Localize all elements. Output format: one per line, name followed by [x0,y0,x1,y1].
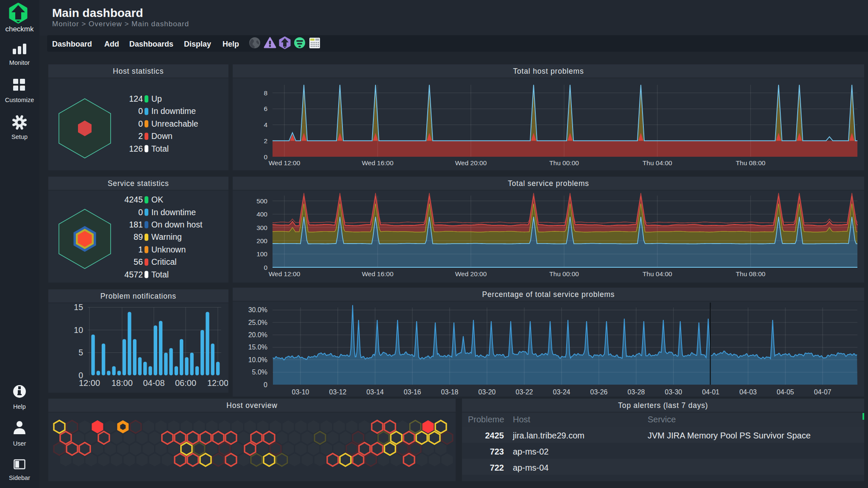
svg-text:18:00: 18:00 [111,378,133,388]
svg-text:Thu 08:00: Thu 08:00 [736,270,765,277]
svg-text:JVM JIRA Memory Pool PS Surviv: JVM JIRA Memory Pool PS Survivor Space [648,431,811,440]
svg-text:Help: Help [13,403,26,410]
svg-text:181: 181 [129,220,143,229]
svg-text:03-22: 03-22 [516,388,533,396]
svg-text:25.0%: 25.0% [248,319,267,326]
svg-text:15.0%: 15.0% [248,344,267,351]
svg-text:On down host: On down host [151,220,203,229]
svg-text:20.0%: 20.0% [248,331,267,338]
svg-text:03-16: 03-16 [404,388,421,396]
svg-text:300: 300 [256,224,267,231]
svg-text:0: 0 [264,264,267,271]
svg-text:Host: Host [513,415,531,424]
svg-text:Critical: Critical [151,257,177,266]
svg-text:In downtime: In downtime [151,208,196,217]
svg-text:OK: OK [151,195,163,204]
svg-text:04-03: 04-03 [740,388,757,396]
svg-text:04-07: 04-07 [814,388,832,396]
svg-text:Wed 12:00: Wed 12:00 [269,270,300,277]
svg-text:User: User [13,440,26,447]
svg-text:5: 5 [78,348,83,357]
svg-text:722: 722 [490,463,504,472]
svg-text:In downtime: In downtime [151,106,196,116]
svg-text:Wed 16:00: Wed 16:00 [362,270,394,277]
svg-text:15: 15 [74,302,83,312]
svg-text:0: 0 [264,153,267,161]
svg-text:jira.lan.tribe29.com: jira.lan.tribe29.com [512,431,584,440]
svg-text:03-14: 03-14 [367,388,384,396]
svg-text:4245: 4245 [125,195,143,204]
svg-text:03-10: 03-10 [292,388,309,396]
svg-text:2: 2 [264,137,267,144]
svg-text:ap-ms-04: ap-ms-04 [513,463,548,472]
svg-text:04-08: 04-08 [143,378,164,388]
svg-text:Monitor: Monitor [9,59,30,66]
svg-text:04-01: 04-01 [702,388,720,396]
svg-text:126: 126 [129,144,143,153]
svg-text:4572: 4572 [125,270,143,279]
svg-text:8: 8 [264,89,267,97]
svg-text:30.0%: 30.0% [248,306,267,313]
svg-text:723: 723 [490,447,504,456]
svg-text:Thu 00:00: Thu 00:00 [549,270,579,277]
svg-text:Customize: Customize [5,97,34,103]
svg-text:6: 6 [264,105,267,112]
svg-text:03-24: 03-24 [553,388,570,396]
svg-text:2: 2 [138,131,143,141]
svg-text:0: 0 [138,106,143,116]
svg-text:Wed 20:00: Wed 20:00 [455,270,487,277]
svg-text:124: 124 [129,94,143,103]
svg-text:56: 56 [134,257,143,266]
svg-text:03-28: 03-28 [628,388,645,396]
svg-text:0: 0 [264,381,267,388]
svg-text:Thu 00:00: Thu 00:00 [549,159,579,166]
svg-text:Thu 04:00: Thu 04:00 [643,270,672,277]
svg-text:Unreachable: Unreachable [151,119,198,128]
svg-text:03-12: 03-12 [329,388,347,396]
svg-text:Total: Total [151,270,169,279]
svg-text:Total: Total [151,144,169,153]
svg-text:Thu 08:00: Thu 08:00 [736,159,765,166]
svg-text:400: 400 [256,211,267,218]
svg-text:06:00: 06:00 [175,378,196,388]
svg-text:0: 0 [138,119,143,128]
svg-text:Service: Service [648,415,676,424]
svg-text:03-26: 03-26 [590,388,608,396]
svg-text:03-20: 03-20 [479,388,496,396]
svg-text:0: 0 [138,208,143,217]
svg-text:04-05: 04-05 [777,388,794,396]
svg-text:Wed 16:00: Wed 16:00 [362,159,394,166]
svg-text:100: 100 [256,250,267,258]
svg-text:4: 4 [264,121,267,128]
svg-text:Warning: Warning [151,232,182,241]
svg-text:10: 10 [74,325,83,335]
svg-text:Setup: Setup [11,133,28,140]
svg-text:89: 89 [134,232,143,241]
svg-text:03-18: 03-18 [441,388,459,396]
svg-text:Probleme: Probleme [468,415,504,424]
svg-text:03-30: 03-30 [665,388,682,396]
svg-text:12:00: 12:00 [79,378,100,388]
svg-text:1: 1 [138,245,143,254]
svg-text:ap-ms-02: ap-ms-02 [513,447,548,456]
svg-text:Down: Down [151,131,172,141]
svg-text:2425: 2425 [485,431,504,440]
svg-text:Sidebar: Sidebar [9,474,30,481]
svg-text:10.0%: 10.0% [248,356,267,363]
svg-text:200: 200 [256,237,267,244]
svg-text:Up: Up [151,94,162,103]
svg-text:Wed 20:00: Wed 20:00 [455,159,487,166]
svg-text:12:00: 12:00 [207,378,228,388]
svg-text:Thu 04:00: Thu 04:00 [643,159,672,166]
svg-text:500: 500 [256,197,267,205]
svg-text:Unknown: Unknown [151,245,186,254]
svg-text:5.0%: 5.0% [252,369,267,376]
svg-text:Wed 12:00: Wed 12:00 [269,159,300,166]
